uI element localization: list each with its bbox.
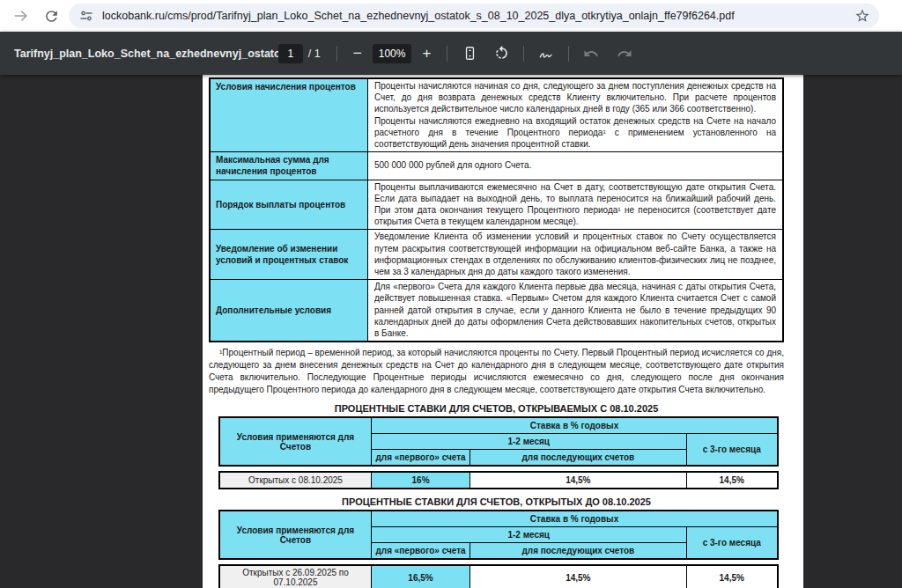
- page-number-input[interactable]: [278, 44, 303, 63]
- rate-subsequent-cell: 14,5%: [470, 472, 686, 489]
- toolbar-divider: [336, 46, 337, 62]
- condition-text: Для «первого» Счета для каждого Клиента …: [368, 280, 784, 342]
- fit-page-icon: [462, 45, 478, 62]
- header-conditions: Условия применяются для Счетов: [219, 417, 371, 466]
- reload-icon: [43, 8, 60, 25]
- condition-label: Дополнительные условия: [210, 280, 368, 342]
- table-row: Дополнительные условия Для «первого» Сче…: [210, 280, 783, 342]
- period-cell: Открытых с 26.09.2025 по 07.10.2025: [219, 565, 371, 588]
- condition-label: Порядок выплаты процентов: [210, 180, 368, 230]
- pdf-filename: Tarifnyj_plan_Loko_Schet_na_ezhednevnyj_…: [14, 48, 278, 60]
- header-subsequent-accounts: для последующих счетов: [470, 450, 686, 467]
- header-months-1-2: 1-2 месяц: [371, 527, 686, 543]
- header-first-account: для «первого» счета: [371, 543, 469, 560]
- period-cell: Открытых с 08.10.2025: [219, 472, 371, 489]
- condition-text: 500 000 000 рублей для одного Счета.: [368, 152, 784, 180]
- site-settings-icon[interactable]: [79, 9, 93, 23]
- condition-label: Уведомление об изменении условий и проце…: [210, 230, 368, 280]
- forward-arrow-icon: [12, 7, 30, 25]
- rate-first-cell: 16,5%: [371, 565, 469, 588]
- pdf-canvas[interactable]: Условия начисления процентов Проценты на…: [0, 75, 902, 588]
- condition-text: Проценты выплачиваются ежемесячно на Сче…: [368, 180, 784, 230]
- header-rate-group: Ставка в % годовых: [371, 417, 778, 434]
- header-from-third-month: с 3-го месяца: [686, 434, 778, 467]
- rate-table-new-data: Открытых с 08.10.2025 16% 14,5% 14,5%: [218, 471, 779, 489]
- toolbar-divider: [568, 46, 569, 62]
- table-row: Уведомление об изменении условий и проце…: [210, 230, 783, 280]
- forward-button[interactable]: [9, 4, 33, 28]
- condition-label: Условия начисления процентов: [210, 78, 368, 152]
- fit-to-page-button[interactable]: [458, 42, 481, 65]
- rate-third-cell: 14,5%: [686, 565, 778, 588]
- reload-button[interactable]: [39, 4, 63, 28]
- zoom-level-input[interactable]: 100%: [373, 44, 412, 63]
- table-row: Порядок выплаты процентов Проценты выпла…: [210, 180, 783, 230]
- address-bar[interactable]: lockobank.ru/cms/prod/Tarifnyj_plan_Loko…: [69, 4, 879, 28]
- table-row: Открытых с 26.09.2025 по 07.10.2025 16,5…: [219, 565, 778, 588]
- table-row: Открытых с 08.10.2025 16% 14,5% 14,5%: [219, 472, 778, 489]
- rotate-ccw-icon: [493, 45, 510, 62]
- header-first-account: для «первого» счета: [371, 450, 469, 467]
- pdf-page: Условия начисления процентов Проценты на…: [203, 75, 803, 588]
- header-subsequent-accounts: для последующих счетов: [470, 543, 686, 560]
- condition-text: Проценты начисляются начиная со дня, сле…: [368, 78, 784, 152]
- annotate-button[interactable]: [535, 42, 558, 65]
- table-row: Максимальная сумма для начисления процен…: [210, 152, 783, 180]
- page-count-label: / 1: [308, 48, 321, 60]
- table-row: Условия начисления процентов Проценты на…: [210, 78, 783, 152]
- redo-button[interactable]: [613, 42, 636, 65]
- rate-third-cell: 14,5%: [686, 472, 778, 489]
- pdf-toolbar: Tarifnyj_plan_Loko_Schet_na_ezhednevnyj_…: [0, 32, 902, 75]
- zoom-out-button[interactable]: −: [348, 46, 367, 61]
- header-rate-group: Ставка в % годовых: [371, 511, 778, 527]
- toolbar-divider: [523, 46, 524, 62]
- bookmark-star-icon[interactable]: [854, 8, 870, 24]
- footnote: ¹Процентный период – временной период, з…: [209, 347, 784, 396]
- rate-first-cell: 16%: [371, 472, 469, 489]
- header-conditions: Условия применяются для Счетов: [219, 511, 371, 559]
- undo-button[interactable]: [580, 42, 603, 65]
- redo-icon: [617, 46, 632, 62]
- condition-text: Уведомление Клиента об изменении условий…: [368, 230, 784, 280]
- header-from-third-month: с 3-го месяца: [686, 527, 778, 560]
- header-months-1-2: 1-2 месяц: [371, 434, 686, 450]
- zoom-in-button[interactable]: +: [417, 46, 436, 61]
- rate-table-old-header: Условия применяются для Счетов Ставка в …: [218, 510, 779, 560]
- url-text: lockobank.ru/cms/prod/Tarifnyj_plan_Loko…: [102, 10, 854, 22]
- rate-table-title-old: ПРОЦЕНТНЫЕ СТАВКИ ДЛЯ СЧЕТОВ, ОТКРЫТЫХ Д…: [209, 496, 784, 507]
- condition-label: Максимальная сумма для начисления процен…: [210, 152, 368, 180]
- conditions-table: Условия начисления процентов Проценты на…: [209, 77, 784, 342]
- rate-table-old-data: Открытых с 26.09.2025 по 07.10.2025 16,5…: [218, 564, 779, 588]
- browser-toolbar: lockobank.ru/cms/prod/Tarifnyj_plan_Loko…: [0, 0, 902, 32]
- rate-table-new-header: Условия применяются для Счетов Ставка в …: [218, 416, 779, 467]
- pen-squiggle-icon: [537, 45, 555, 62]
- undo-icon: [583, 46, 599, 62]
- rotate-button[interactable]: [490, 42, 513, 65]
- rate-subsequent-cell: 14,5%: [470, 565, 686, 588]
- toolbar-divider: [447, 46, 447, 62]
- rate-table-title-new: ПРОЦЕНТНЫЕ СТАВКИ ДЛЯ СЧЕТОВ, ОТКРЫВАЕМЫ…: [209, 403, 784, 414]
